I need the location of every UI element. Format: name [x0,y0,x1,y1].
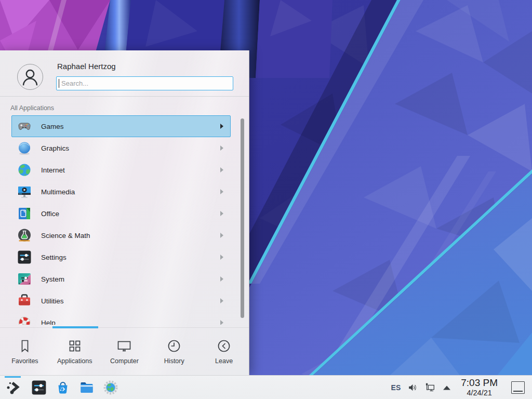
discover-icon[interactable] [55,380,71,395]
submenu-arrow-icon [220,189,223,194]
submenu-arrow-icon [220,211,223,216]
tab-applications[interactable]: Applications [50,328,100,375]
network-icon[interactable] [424,382,436,393]
tab-favorites[interactable]: Favorites [0,328,50,375]
launcher-header: Raphael Hertzog [0,50,249,97]
lifebuoy-icon [17,315,32,325]
tab-computer[interactable]: Computer [100,328,150,375]
menu-category-row[interactable]: Graphics [11,137,231,159]
application-launcher-menu: Raphael Hertzog All Applications Games G… [0,50,249,375]
computer-icon [116,338,132,354]
flask-icon [17,228,32,243]
tab-history[interactable]: History [149,328,199,375]
menu-category-row[interactable]: Internet [11,159,231,181]
volume-icon[interactable] [407,382,418,393]
web-browser-icon[interactable] [103,380,118,395]
tray-expand-caret-icon[interactable] [442,384,451,391]
submenu-arrow-icon [220,276,223,282]
digital-clock[interactable]: 7:03 PM 4/24/21 [461,378,498,397]
globe-icon [17,163,32,177]
toolbox-icon [17,294,32,308]
active-tab-indicator [52,326,98,328]
bookmark-icon [17,338,33,354]
menu-category-row[interactable]: System [11,268,231,290]
launcher-active-indicator [5,376,21,378]
monitor-play-icon [17,184,32,199]
application-list: Games Graphics Internet Multimedia Offic… [0,115,249,325]
keyboard-layout-indicator[interactable]: ES [391,383,401,392]
section-label: All Applications [10,104,54,112]
sphere-icon [17,141,32,155]
menu-category-row[interactable]: Settings [11,246,231,268]
menu-category-row[interactable]: Multimedia [11,181,231,203]
submenu-arrow-icon [220,124,223,129]
submenu-arrow-icon [220,167,223,172]
show-desktop-button[interactable] [511,381,525,394]
submenu-arrow-icon [220,298,223,303]
menu-category-row[interactable]: Science & Math [11,224,231,246]
user-name: Raphael Hertzog [57,62,116,71]
submenu-arrow-icon [220,233,223,238]
tab-leave[interactable]: Leave [199,328,249,375]
taskbar: ES 7:03 PM 4/24/21 [0,375,532,399]
menu-category-row[interactable]: Utilities [11,290,231,312]
clock-icon [166,338,182,354]
menu-category-row[interactable]: Games [11,115,231,137]
user-avatar-icon[interactable] [17,64,43,90]
menu-category-row[interactable]: Help [11,312,231,325]
submenu-arrow-icon [220,255,223,260]
search-input[interactable] [56,76,233,90]
launcher-tab-bar: Favorites Applications Computer History … [0,327,249,375]
app-launcher-icon [5,380,21,395]
system-sliders-icon [17,272,32,286]
sliders-icon [17,250,32,264]
submenu-arrow-icon [220,320,223,325]
desktop: Raphael Hertzog All Applications Games G… [0,0,532,399]
system-settings-icon[interactable] [31,380,47,395]
document-icon [17,206,32,221]
text-caret [59,79,59,88]
list-scrollbar[interactable] [241,118,244,318]
menu-category-row[interactable]: Office [11,203,231,224]
clock-time: 7:03 PM [461,378,498,388]
app-launcher-button[interactable] [3,376,23,399]
gamepad-icon [17,119,32,134]
clock-date: 4/24/21 [467,389,491,397]
file-manager-icon[interactable] [79,380,95,395]
leave-icon [216,338,232,354]
submenu-arrow-icon [220,145,223,151]
system-tray: ES 7:03 PM 4/24/21 [391,378,528,397]
grid-icon [67,338,83,354]
